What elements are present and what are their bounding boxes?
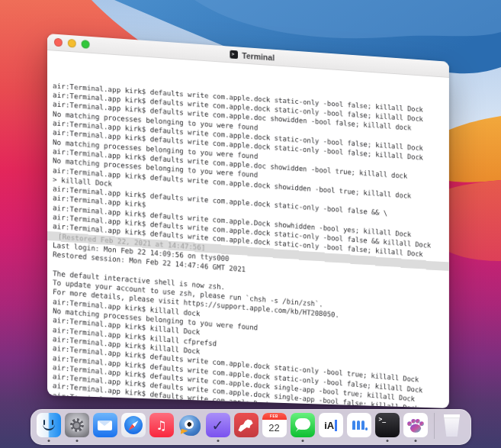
running-indicator bbox=[301, 440, 303, 442]
dock-item-bear[interactable] bbox=[234, 413, 259, 437]
bird-beak bbox=[181, 428, 188, 434]
bear-icon bbox=[234, 413, 259, 437]
calendar-icon: FEB 22 bbox=[262, 413, 287, 437]
dock-item-system-preferences[interactable] bbox=[65, 413, 89, 437]
twitterrific-icon bbox=[178, 413, 202, 437]
music-icon bbox=[149, 413, 174, 437]
dock-item-safari[interactable] bbox=[121, 413, 146, 437]
zoom-button[interactable] bbox=[82, 40, 90, 49]
dock[interactable]: FEB 22 iA >_ bbox=[31, 409, 471, 445]
dock-item-twitterrific[interactable] bbox=[178, 413, 202, 437]
running-indicator bbox=[386, 440, 388, 442]
running-indicator bbox=[47, 440, 50, 442]
ia-writer-label: iA bbox=[324, 420, 334, 431]
window-title: Terminal bbox=[242, 50, 275, 62]
finder-icon bbox=[37, 413, 61, 437]
running-indicator bbox=[414, 440, 416, 442]
minimize-button[interactable] bbox=[68, 39, 76, 48]
terminal-icon: >_ bbox=[375, 413, 400, 437]
paw-app-icon bbox=[403, 413, 428, 437]
messages-icon bbox=[291, 413, 315, 437]
dock-item-calendar[interactable]: FEB 22 bbox=[262, 413, 287, 437]
traffic-lights bbox=[54, 38, 90, 49]
terminal-title-icon bbox=[230, 50, 239, 60]
terminal-output[interactable]: air:Terminal.app kirk$ defaults write co… bbox=[47, 50, 449, 408]
trash-icon bbox=[443, 414, 461, 437]
dock-separator bbox=[434, 413, 435, 439]
terminal-window[interactable]: Terminal air:Terminal.app kirk$ defaults… bbox=[47, 34, 449, 408]
calendar-day: 22 bbox=[262, 420, 287, 437]
mail-icon bbox=[93, 413, 117, 437]
dock-item-trash[interactable] bbox=[441, 413, 465, 437]
dock-item-finder[interactable] bbox=[37, 413, 61, 437]
ia-writer-caret bbox=[335, 420, 337, 431]
dock-item-music[interactable] bbox=[149, 413, 174, 437]
dock-item-ia-writer[interactable]: iA bbox=[319, 413, 343, 437]
dock-item-messages[interactable] bbox=[291, 413, 315, 437]
dock-item-mimestream[interactable] bbox=[347, 413, 371, 437]
dock-item-mail[interactable] bbox=[93, 413, 117, 437]
mimestream-icon bbox=[347, 413, 371, 437]
terminal-prompt-glyph: >_ bbox=[379, 416, 387, 424]
dock-item-paw-app[interactable] bbox=[403, 413, 428, 437]
dock-item-omnifocus[interactable] bbox=[206, 413, 230, 437]
close-button[interactable] bbox=[54, 38, 63, 47]
dock-item-terminal[interactable]: >_ bbox=[375, 413, 400, 437]
system-preferences-icon bbox=[65, 413, 89, 437]
calendar-month: FEB bbox=[262, 413, 287, 420]
omnifocus-icon bbox=[206, 413, 230, 437]
ia-writer-icon: iA bbox=[319, 413, 343, 437]
running-indicator bbox=[75, 440, 78, 442]
safari-icon bbox=[121, 413, 146, 437]
running-indicator bbox=[217, 440, 219, 442]
